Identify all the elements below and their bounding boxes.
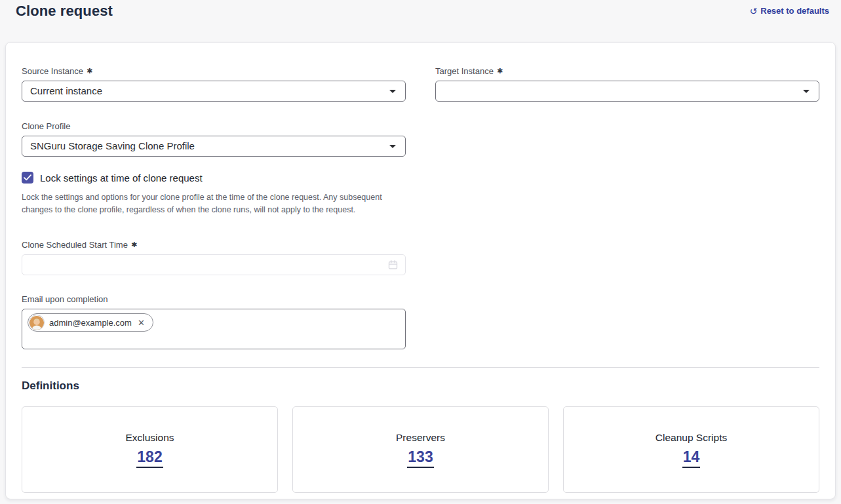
required-asterisk-icon: ✱ <box>87 68 92 75</box>
page-header: Clone request ↺ Reset to defaults <box>0 0 841 38</box>
definition-card-preservers: Preservers 133 <box>292 406 549 493</box>
calendar-icon <box>388 260 398 270</box>
email-chip-text: admin@example.com <box>49 318 132 328</box>
scheduled-start-time-input[interactable] <box>22 254 406 275</box>
target-instance-select[interactable] <box>435 81 819 102</box>
lock-settings-checkbox[interactable] <box>22 172 33 184</box>
target-instance-label: Target Instance ✱ <box>435 66 819 76</box>
section-divider <box>22 367 819 368</box>
lock-settings-label: Lock settings at time of clone request <box>40 172 203 184</box>
definition-card-label: Preservers <box>396 432 445 444</box>
email-recipients-input[interactable]: admin@example.com ✕ <box>22 309 406 349</box>
definition-card-label: Cleanup Scripts <box>655 432 727 444</box>
lock-settings-help-text: Lock the settings and options for your c… <box>22 191 407 216</box>
clone-profile-select[interactable]: SNGuru Storage Saving Clone Profile <box>22 136 406 157</box>
reset-to-defaults-button[interactable]: ↺ Reset to defaults <box>750 6 829 16</box>
lock-settings-checkbox-row[interactable]: Lock settings at time of clone request <box>22 172 819 184</box>
chevron-down-icon <box>389 90 396 93</box>
clone-request-form-card: Source Instance ✱ Current instance Targe… <box>5 42 836 499</box>
reset-label: Reset to defaults <box>760 6 829 16</box>
exclusions-count-link[interactable]: 182 <box>136 448 163 468</box>
preservers-count-link[interactable]: 133 <box>407 448 433 468</box>
cleanup-scripts-count-link[interactable]: 14 <box>682 448 701 468</box>
source-instance-label: Source Instance ✱ <box>22 66 406 76</box>
page-title: Clone request <box>16 3 113 20</box>
check-icon <box>24 174 31 181</box>
definitions-heading: Definitions <box>22 379 819 393</box>
definition-card-cleanup-scripts: Cleanup Scripts 14 <box>563 406 819 493</box>
definition-card-exclusions: Exclusions 182 <box>22 406 278 493</box>
definitions-cards: Exclusions 182 Preservers 133 Cleanup Sc… <box>22 406 819 493</box>
email-upon-completion-label: Email upon completion <box>22 294 406 304</box>
chevron-down-icon <box>389 145 396 148</box>
clone-profile-value: SNGuru Storage Saving Clone Profile <box>30 140 195 151</box>
clone-profile-label: Clone Profile <box>22 121 406 131</box>
required-asterisk-icon: ✱ <box>131 241 137 248</box>
required-asterisk-icon: ✱ <box>497 68 503 75</box>
source-instance-value: Current instance <box>30 85 102 96</box>
reset-icon: ↺ <box>750 7 758 16</box>
email-chip: admin@example.com ✕ <box>28 313 153 332</box>
scheduled-start-time-label: Clone Scheduled Start Time ✱ <box>22 240 406 250</box>
remove-email-icon[interactable]: ✕ <box>136 317 146 328</box>
avatar <box>29 315 45 330</box>
chevron-down-icon <box>803 90 810 93</box>
definition-card-label: Exclusions <box>125 432 174 444</box>
source-instance-select[interactable]: Current instance <box>22 81 406 102</box>
